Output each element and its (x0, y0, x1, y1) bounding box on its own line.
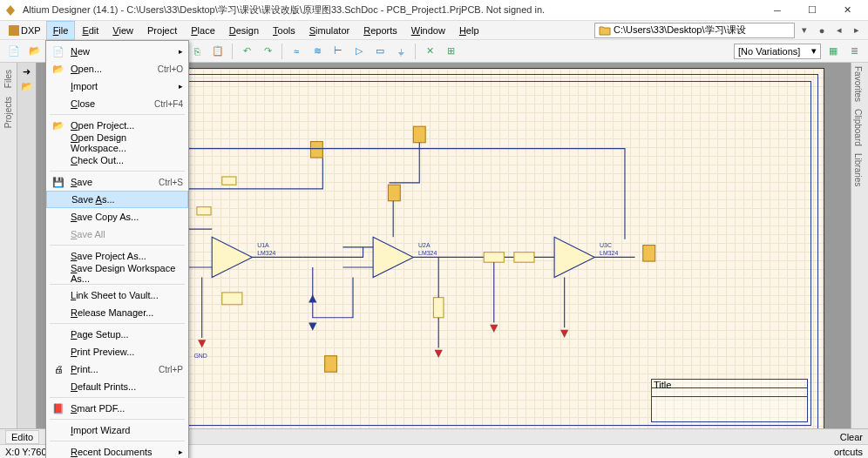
menu-item-import-wizard[interactable]: Import Wizard (46, 421, 188, 439)
menu-project[interactable]: Project (140, 21, 184, 40)
left-toolbar: ➜ 📂 (17, 63, 37, 444)
tool-wire-icon[interactable]: ≈ (288, 43, 305, 60)
menu-item-link-sheet-to-vault[interactable]: Link Sheet to Vault... (46, 286, 188, 304)
svg-marker-20 (554, 237, 594, 277)
tool-open-icon[interactable]: 📂 (26, 43, 44, 60)
menu-edit[interactable]: Edit (75, 21, 105, 40)
tool-undo-icon[interactable]: ↶ (238, 43, 255, 60)
file-menu-dropdown: 📄New▸📂Open...Ctrl+OImport▸CloseCtrl+F4📂O… (45, 40, 189, 458)
menu-simulator[interactable]: Simulator (302, 21, 356, 40)
svg-rect-17 (325, 356, 337, 372)
dxp-icon (9, 25, 19, 36)
tab-files[interactable]: Files (2, 66, 15, 91)
tool-power-icon[interactable]: ⏚ (392, 43, 410, 60)
svg-rect-28 (413, 126, 425, 142)
app-logo-icon (3, 3, 17, 17)
tool-copy-icon[interactable]: ⎘ (188, 43, 206, 60)
menu-item-save-project-as[interactable]: Save Project As... (46, 247, 188, 265)
menu-item-open-project[interactable]: 📂Open Project... (46, 117, 188, 134)
tab-projects[interactable]: Projects (2, 93, 15, 131)
menu-item-new[interactable]: 📄New▸ (46, 43, 188, 60)
menu-item-save-design-workspace-as[interactable]: Save Design Workspace As... (46, 265, 188, 282)
open-icon: 📂 (51, 62, 65, 76)
svg-marker-25 (490, 325, 498, 333)
svg-rect-19 (514, 253, 534, 263)
svg-marker-27 (435, 350, 443, 358)
menu-item-save-as[interactable]: Save As... (46, 191, 188, 208)
print-icon: 🖨 (51, 362, 65, 376)
right-dock: Favorites Clipboard Libraries (851, 63, 868, 444)
title-block: Title (651, 379, 808, 422)
clear-button[interactable]: Clear (840, 432, 863, 442)
svg-marker-24 (560, 330, 568, 338)
menu-help[interactable]: Help (452, 21, 486, 40)
svg-text:LM324: LM324 (257, 250, 275, 256)
menu-view[interactable]: View (105, 21, 140, 40)
svg-text:U2A: U2A (418, 242, 431, 248)
svg-rect-18 (484, 253, 504, 263)
svg-text:U1A: U1A (257, 242, 269, 248)
svg-marker-15 (309, 294, 316, 302)
path-input[interactable]: C:\Users\33\Desktop\学习\课设 (594, 23, 795, 38)
tool-bus-icon[interactable]: ≋ (309, 43, 326, 60)
menu-item-page-setup[interactable]: Page Setup... (46, 326, 188, 343)
menu-item-check-out[interactable]: Check Out... (46, 152, 188, 169)
menu-item-release-manager[interactable]: Release Manager... (46, 304, 188, 321)
menu-item-print[interactable]: 🖨Print...Ctrl+P (46, 360, 188, 378)
close-button[interactable]: ✕ (830, 0, 865, 21)
path-dropdown-button[interactable]: ▾ (797, 23, 812, 38)
menu-file[interactable]: File (46, 21, 76, 40)
menubar: DXP File Edit View Project Place Design … (0, 21, 868, 40)
tool-net-icon[interactable]: ⊢ (329, 43, 347, 60)
tool-port-icon[interactable]: ▷ (350, 43, 368, 60)
submenu-arrow-icon: ▸ (179, 82, 183, 91)
svg-rect-4 (222, 293, 242, 305)
tool-browse-icon[interactable]: ⊞ (442, 43, 459, 60)
svg-marker-16 (309, 323, 316, 331)
menu-item-import[interactable]: Import▸ (46, 77, 188, 95)
tab-favorites[interactable]: Favorites (851, 63, 865, 105)
tool-new-icon[interactable]: 📄 (5, 43, 23, 60)
left-tool-icon[interactable]: ➜ (23, 66, 31, 77)
menu-item-open-design-workspace[interactable]: Open Design Workspace... (46, 134, 188, 152)
path-back-button[interactable]: ◂ (831, 23, 847, 38)
svg-rect-5 (222, 177, 236, 185)
tool-paste-icon[interactable]: 📋 (209, 43, 227, 60)
variations-dropdown[interactable]: [No Variations] ▾ (734, 44, 821, 59)
path-go-button[interactable]: ● (814, 23, 830, 38)
path-fwd-button[interactable]: ▸ (849, 23, 865, 38)
svg-text:LM324: LM324 (600, 250, 618, 256)
menu-item-open[interactable]: 📂Open...Ctrl+O (46, 60, 188, 77)
tool-cross-icon[interactable]: ✕ (421, 43, 438, 60)
svg-text:GND: GND (193, 353, 207, 359)
minimize-button[interactable]: ─ (760, 0, 795, 21)
menu-place[interactable]: Place (184, 21, 222, 40)
tool-redo-icon[interactable]: ↷ (259, 43, 276, 60)
menu-item-save[interactable]: 💾SaveCtrl+S (46, 173, 188, 191)
tool-part-icon[interactable]: ▭ (371, 43, 389, 60)
tab-clipboard[interactable]: Clipboard (851, 105, 865, 150)
menu-item-print-preview[interactable]: Print Preview... (46, 343, 188, 360)
shortcuts-label[interactable]: ortcuts (834, 447, 863, 457)
left-tool-icon[interactable]: 📂 (21, 81, 33, 92)
svg-marker-11 (373, 237, 413, 277)
svg-rect-23 (643, 246, 655, 261)
tool-grid-icon[interactable]: ▦ (824, 43, 842, 60)
maximize-button[interactable]: ☐ (795, 0, 830, 21)
status-coords: X:0 Y:760 (5, 447, 47, 457)
menu-item-close[interactable]: CloseCtrl+F4 (46, 95, 188, 112)
dxp-menu[interactable]: DXP (3, 25, 46, 36)
menu-reports[interactable]: Reports (356, 21, 404, 40)
menu-window[interactable]: Window (404, 21, 452, 40)
menu-item-recent-documents[interactable]: Recent Documents▸ (46, 443, 188, 458)
menu-item-default-prints[interactable]: Default Prints... (46, 378, 188, 395)
menu-item-save-copy-as[interactable]: Save Copy As... (46, 208, 188, 226)
submenu-arrow-icon: ▸ (179, 47, 183, 56)
menu-item-smart-pdf[interactable]: 📕Smart PDF... (46, 400, 188, 417)
editor-tab[interactable]: Edito (5, 430, 39, 444)
pdf-icon: 📕 (51, 401, 65, 415)
menu-tools[interactable]: Tools (266, 21, 302, 40)
tab-libraries[interactable]: Libraries (851, 150, 865, 190)
menu-design[interactable]: Design (222, 21, 266, 40)
tool-layers-icon[interactable]: ≣ (845, 43, 863, 60)
